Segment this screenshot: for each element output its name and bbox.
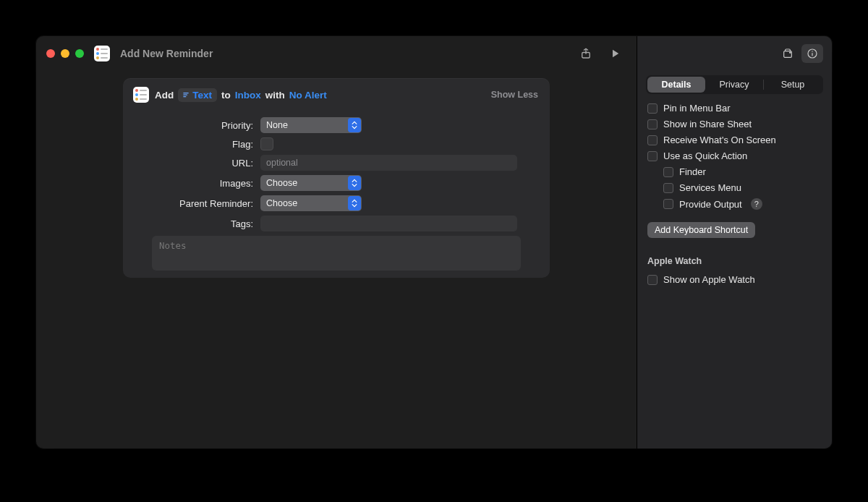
option-label: Show in Share Sheet: [663, 119, 752, 129]
flag-checkbox[interactable]: [260, 137, 273, 150]
inspector-titlebar: [637, 36, 832, 71]
show-less-toggle[interactable]: Show Less: [491, 90, 538, 100]
option-quick-action[interactable]: Use as Quick Action: [647, 150, 822, 161]
play-icon: [608, 47, 621, 60]
title-word-to: to: [221, 90, 231, 101]
minimize-window-button[interactable]: [61, 49, 69, 58]
option-label: Provide Output: [679, 199, 742, 210]
option-show-on-apple-watch[interactable]: Show on Apple Watch: [647, 274, 822, 285]
option-label: Receive What's On Screen: [663, 135, 776, 145]
inspector-panel: Details Privacy Setup Pin in Menu Bar Sh…: [637, 36, 832, 448]
svg-rect-1: [184, 93, 190, 93]
option-label: Pin in Menu Bar: [663, 103, 731, 114]
tab-privacy[interactable]: Privacy: [705, 77, 763, 93]
action-card-add-reminder: Add Text to Inbox with No Alert Show Les…: [123, 78, 550, 278]
action-form: Priority: None Flag:: [123, 110, 550, 231]
option-label: Services Menu: [679, 182, 741, 193]
updown-arrows-icon: [348, 118, 361, 132]
images-select[interactable]: Choose: [260, 175, 362, 191]
option-label: Use as Quick Action: [663, 150, 747, 161]
share-button[interactable]: [574, 43, 597, 64]
option-services-menu[interactable]: Services Menu: [647, 182, 822, 193]
run-button[interactable]: [603, 43, 626, 64]
notes-input[interactable]: [152, 236, 521, 271]
parent-reminder-value: Choose: [266, 198, 297, 208]
checkbox[interactable]: [663, 183, 673, 193]
action-card-header: Add Text to Inbox with No Alert Show Les…: [123, 78, 550, 110]
main-area: Add New Reminder: [36, 36, 637, 448]
option-show-share-sheet[interactable]: Show in Share Sheet: [647, 119, 822, 129]
option-pin-menu-bar[interactable]: Pin in Menu Bar: [647, 103, 822, 114]
share-icon: [579, 47, 592, 60]
checkbox[interactable]: [663, 167, 673, 177]
flag-label: Flag:: [152, 139, 260, 150]
reminders-icon: [133, 87, 149, 103]
add-keyboard-shortcut-button[interactable]: Add Keyboard Shortcut: [647, 222, 755, 238]
svg-rect-2: [184, 95, 188, 95]
priority-value: None: [266, 120, 288, 130]
option-provide-output[interactable]: Provide Output ?: [647, 198, 822, 210]
option-finder[interactable]: Finder: [647, 166, 822, 177]
option-receive-on-screen[interactable]: Receive What's On Screen: [647, 135, 822, 145]
priority-label: Priority:: [152, 120, 260, 131]
url-input[interactable]: [260, 155, 517, 171]
library-button[interactable]: [777, 44, 799, 63]
traffic-lights: [46, 49, 84, 58]
option-label: Show on Apple Watch: [663, 274, 755, 285]
parent-reminder-label: Parent Reminder:: [152, 198, 260, 209]
apple-watch-section-label: Apple Watch: [647, 256, 822, 266]
title-word-add: Add: [155, 90, 174, 101]
text-token-label: Text: [192, 90, 212, 101]
zoom-window-button[interactable]: [75, 49, 84, 58]
inspector-info-button[interactable]: [801, 44, 823, 63]
title-word-with: with: [265, 90, 285, 101]
action-title-row: Add Text to Inbox with No Alert: [155, 88, 485, 102]
info-icon: [807, 48, 818, 59]
tags-label: Tags:: [152, 218, 260, 229]
library-icon: [782, 48, 793, 59]
svg-rect-3: [184, 96, 187, 97]
updown-arrows-icon: [348, 176, 361, 190]
checkbox[interactable]: [647, 103, 658, 114]
checkbox[interactable]: [647, 275, 658, 285]
window-title: Add New Reminder: [120, 48, 213, 59]
url-label: URL:: [152, 158, 260, 169]
alert-token[interactable]: No Alert: [289, 90, 327, 101]
tags-input[interactable]: [260, 216, 517, 231]
tab-details[interactable]: Details: [647, 77, 705, 93]
checkbox[interactable]: [647, 135, 658, 145]
help-icon[interactable]: ?: [751, 198, 762, 210]
inspector-tabs: Details Privacy Setup: [646, 75, 823, 94]
inbox-token[interactable]: Inbox: [235, 90, 261, 101]
parent-reminder-select[interactable]: Choose: [260, 195, 362, 211]
text-token[interactable]: Text: [178, 88, 217, 102]
details-options: Pin in Menu Bar Show in Share Sheet Rece…: [637, 101, 832, 286]
text-token-icon: [182, 91, 190, 98]
checkbox[interactable]: [647, 151, 658, 161]
workflow-canvas[interactable]: Add Text to Inbox with No Alert Show Les…: [36, 71, 637, 448]
shortcut-app-icon: [94, 46, 110, 61]
checkbox[interactable]: [647, 119, 658, 129]
images-label: Images:: [152, 178, 260, 189]
updown-arrows-icon: [348, 196, 361, 210]
close-window-button[interactable]: [46, 49, 55, 58]
app-window: Add New Reminder: [36, 36, 832, 448]
tab-setup[interactable]: Setup: [764, 77, 822, 93]
images-value: Choose: [266, 178, 297, 188]
titlebar: Add New Reminder: [36, 36, 637, 71]
svg-point-7: [812, 51, 812, 51]
option-label: Finder: [679, 166, 706, 177]
checkbox[interactable]: [663, 199, 673, 209]
priority-select[interactable]: None: [260, 117, 362, 133]
